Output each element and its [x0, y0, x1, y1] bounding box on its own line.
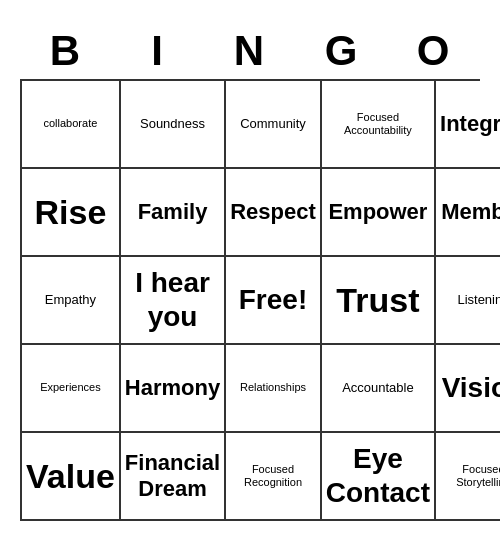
- cell-text: Community: [240, 116, 306, 132]
- header-letter: O: [388, 23, 480, 79]
- bingo-header: BINGO: [20, 23, 480, 79]
- cell-r1-c4[interactable]: Member: [436, 169, 500, 257]
- cell-r3-c1[interactable]: Harmony: [121, 345, 226, 433]
- bingo-grid: collaborateSoundnessCommunityFocused Acc…: [20, 79, 480, 521]
- cell-r1-c3[interactable]: Empower: [322, 169, 436, 257]
- cell-text: Value: [26, 456, 115, 497]
- cell-r2-c3[interactable]: Trust: [322, 257, 436, 345]
- cell-text: Accountable: [342, 380, 414, 396]
- cell-text: Empower: [328, 199, 427, 225]
- cell-text: Rise: [35, 192, 107, 233]
- cell-text: Free!: [239, 283, 307, 317]
- cell-text: Focused Recognition: [230, 463, 316, 489]
- cell-r2-c2[interactable]: Free!: [226, 257, 322, 345]
- bingo-card: BINGO collaborateSoundnessCommunityFocus…: [10, 13, 490, 531]
- cell-r4-c0[interactable]: Value: [22, 433, 121, 521]
- cell-text: Trust: [336, 280, 419, 321]
- cell-r0-c4[interactable]: Integrity: [436, 81, 500, 169]
- cell-r2-c1[interactable]: I hear you: [121, 257, 226, 345]
- cell-r3-c0[interactable]: Experiences: [22, 345, 121, 433]
- cell-r1-c2[interactable]: Respect: [226, 169, 322, 257]
- cell-text: collaborate: [44, 117, 98, 130]
- header-letter: N: [204, 23, 296, 79]
- cell-r4-c4[interactable]: Focused Storytelling: [436, 433, 500, 521]
- cell-r1-c1[interactable]: Family: [121, 169, 226, 257]
- cell-text: Respect: [230, 199, 316, 225]
- header-letter: G: [296, 23, 388, 79]
- cell-text: Family: [138, 199, 208, 225]
- cell-r2-c4[interactable]: Listening: [436, 257, 500, 345]
- cell-text: Focused Storytelling: [440, 463, 500, 489]
- cell-text: I hear you: [125, 266, 220, 333]
- cell-r1-c0[interactable]: Rise: [22, 169, 121, 257]
- cell-text: Listening: [457, 292, 500, 308]
- cell-text: Eye Contact: [326, 442, 430, 509]
- cell-text: Vision: [442, 371, 500, 405]
- cell-text: Member: [441, 199, 500, 225]
- cell-r3-c4[interactable]: Vision: [436, 345, 500, 433]
- cell-r0-c1[interactable]: Soundness: [121, 81, 226, 169]
- cell-r0-c0[interactable]: collaborate: [22, 81, 121, 169]
- header-letter: B: [20, 23, 112, 79]
- cell-r4-c2[interactable]: Focused Recognition: [226, 433, 322, 521]
- cell-r4-c1[interactable]: Financial Dream: [121, 433, 226, 521]
- cell-r4-c3[interactable]: Eye Contact: [322, 433, 436, 521]
- cell-text: Harmony: [125, 375, 220, 401]
- cell-r0-c3[interactable]: Focused Accountability: [322, 81, 436, 169]
- cell-r3-c2[interactable]: Relationships: [226, 345, 322, 433]
- cell-text: Focused Accountability: [326, 111, 430, 137]
- cell-r0-c2[interactable]: Community: [226, 81, 322, 169]
- cell-r2-c0[interactable]: Empathy: [22, 257, 121, 345]
- header-letter: I: [112, 23, 204, 79]
- cell-text: Experiences: [40, 381, 101, 394]
- cell-r3-c3[interactable]: Accountable: [322, 345, 436, 433]
- cell-text: Financial Dream: [125, 450, 220, 503]
- cell-text: Soundness: [140, 116, 205, 132]
- cell-text: Empathy: [45, 292, 96, 308]
- cell-text: Relationships: [240, 381, 306, 394]
- cell-text: Integrity: [440, 111, 500, 137]
